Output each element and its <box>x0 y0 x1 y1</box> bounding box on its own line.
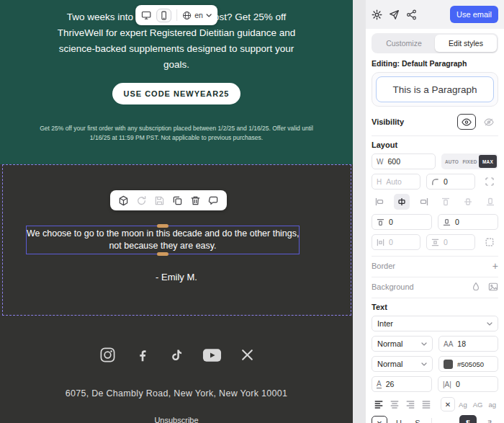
chevron-down-icon <box>421 362 427 366</box>
save-icon[interactable] <box>154 195 165 206</box>
settings-gear-icon[interactable] <box>372 9 382 20</box>
comment-icon[interactable] <box>208 195 219 206</box>
selected-text-block[interactable]: We choose to go to the moon in this deca… <box>26 226 300 254</box>
settings-panel: Use email Customize Edit styles Editing:… <box>366 0 504 423</box>
facebook-icon[interactable] <box>135 347 150 363</box>
text-color-swatch[interactable] <box>444 360 453 369</box>
delete-icon[interactable] <box>190 195 201 206</box>
width-label: W <box>377 158 383 166</box>
line-height-input[interactable]: A 26 <box>372 376 432 392</box>
expand-corners-icon[interactable] <box>481 174 498 190</box>
font-weight-value: Normal <box>377 360 402 368</box>
strikethrough-icon[interactable]: S <box>410 415 425 423</box>
resize-handle-bottom[interactable] <box>157 252 168 256</box>
language-selector[interactable]: en <box>182 11 212 20</box>
element-toolbar <box>110 190 227 210</box>
font-weight-color-row: Normal #505050 <box>372 356 498 372</box>
padding-top-input[interactable]: 0 <box>372 214 432 230</box>
use-email-button[interactable]: Use email <box>450 6 498 23</box>
width-value: 600 <box>387 157 400 166</box>
align-left-icon[interactable] <box>372 194 388 210</box>
case-lower-button[interactable]: ag <box>486 401 498 409</box>
align-top-icon[interactable] <box>438 194 454 210</box>
alignment-row <box>372 194 498 210</box>
redo-icon[interactable] <box>136 195 147 206</box>
text-align-center-icon[interactable] <box>387 396 402 412</box>
background-image-icon[interactable] <box>488 282 498 292</box>
chevron-down-icon <box>206 14 212 17</box>
background-color-droplet-icon[interactable] <box>471 282 481 292</box>
tiktok-icon[interactable] <box>169 347 184 363</box>
font-weight-select[interactable]: Normal <box>372 356 433 372</box>
letter-spacing-icon: |A| <box>443 380 451 388</box>
text-decoration-row: ✕ U S ¶ ¶ <box>372 415 498 423</box>
spacing-row: 0 0 <box>372 234 498 250</box>
vertical-gap-input[interactable]: 0 <box>426 234 475 250</box>
font-size-icon: AA <box>444 340 453 348</box>
align-right-icon[interactable] <box>415 194 432 210</box>
device-preview-toolbar: en <box>135 5 217 25</box>
tab-edit-styles[interactable]: Edit styles <box>435 35 497 52</box>
unsubscribe-link[interactable]: Unsubscribe <box>0 416 353 423</box>
underline-icon[interactable]: U <box>392 415 406 423</box>
x-icon[interactable] <box>240 348 254 362</box>
text-align-left-icon[interactable] <box>372 396 386 412</box>
padding-bottom-icon <box>443 218 451 226</box>
corner-radius-input[interactable]: 0 <box>426 174 475 190</box>
quote-attribution[interactable]: - Emily M. <box>0 272 353 282</box>
text-direction-rtl-icon[interactable]: ¶ <box>481 415 498 423</box>
align-bottom-icon[interactable] <box>482 194 498 210</box>
text-color-input[interactable]: #505050 <box>438 356 498 372</box>
quote-line-1: We choose to go to the moon in this deca… <box>27 228 299 240</box>
layout-section-title: Layout <box>372 141 498 149</box>
duplicate-icon[interactable] <box>172 195 183 206</box>
width-mode-segmented: AUTO FIXED MAX <box>441 153 498 169</box>
add-border-button[interactable]: + <box>492 261 498 271</box>
case-sentence-button[interactable]: Ag <box>456 401 469 409</box>
case-upper-button[interactable]: AG <box>471 401 485 409</box>
font-style-select[interactable]: Normal <box>372 336 433 352</box>
mobile-preview-icon[interactable] <box>156 9 171 22</box>
move-block-icon[interactable] <box>118 195 129 206</box>
dashed-corners-icon[interactable] <box>481 234 498 250</box>
fine-print: Get 25% off your first order with any su… <box>0 124 353 143</box>
text-section-title: Text <box>372 303 498 311</box>
font-family-select[interactable]: Inter <box>372 316 498 331</box>
visible-eye-icon[interactable] <box>457 114 476 130</box>
padding-bottom-input[interactable]: 0 <box>438 214 498 230</box>
letter-spacing-input[interactable]: |A| 0 <box>438 376 498 392</box>
text-direction-ltr-icon[interactable]: ¶ <box>459 415 477 423</box>
tab-customize[interactable]: Customize <box>373 35 435 52</box>
chevron-down-icon <box>487 322 492 326</box>
mode-max[interactable]: MAX <box>479 155 497 168</box>
promo-code-button[interactable]: USE CODE NEWYEAR25 <box>112 83 240 104</box>
hero-line1-left: Two weeks into <box>67 9 133 25</box>
share-icon[interactable] <box>406 9 417 20</box>
toolbar-divider <box>431 418 432 423</box>
desktop-preview-icon[interactable] <box>141 10 151 20</box>
instagram-icon[interactable] <box>99 347 116 363</box>
height-input[interactable]: H Auto <box>372 174 420 190</box>
hero-line-3: science-backed supplements designed to s… <box>0 41 353 57</box>
width-input[interactable]: W 600 <box>372 153 436 169</box>
clear-case-icon[interactable]: ✕ <box>441 397 455 411</box>
font-style-size-row: Normal AA 18 <box>372 336 498 352</box>
youtube-icon[interactable] <box>202 348 222 362</box>
align-center-icon[interactable] <box>394 194 410 210</box>
paragraph-preview[interactable]: This is a Paragraph <box>376 76 494 102</box>
text-align-right-icon[interactable] <box>403 396 418 412</box>
mode-fixed[interactable]: FIXED <box>461 155 479 168</box>
text-align-row: ✕ Ag AG ag <box>372 396 498 412</box>
font-size-input[interactable]: AA 18 <box>438 336 498 352</box>
horizontal-gap-input[interactable]: 0 <box>372 234 420 250</box>
text-align-justify-icon[interactable] <box>419 396 433 412</box>
footer-address: 6075, De Chambly Road, New York, New Yor… <box>0 388 353 398</box>
align-middle-icon[interactable] <box>460 194 477 210</box>
clear-decoration-icon[interactable]: ✕ <box>372 416 387 423</box>
resize-handle-top[interactable] <box>157 224 168 228</box>
visibility-row: Visibility <box>372 114 498 130</box>
hidden-eye-off-icon[interactable] <box>480 114 498 130</box>
mode-auto[interactable]: AUTO <box>443 155 461 168</box>
send-test-icon[interactable] <box>389 9 400 20</box>
width-row: W 600 AUTO FIXED MAX <box>372 153 498 169</box>
